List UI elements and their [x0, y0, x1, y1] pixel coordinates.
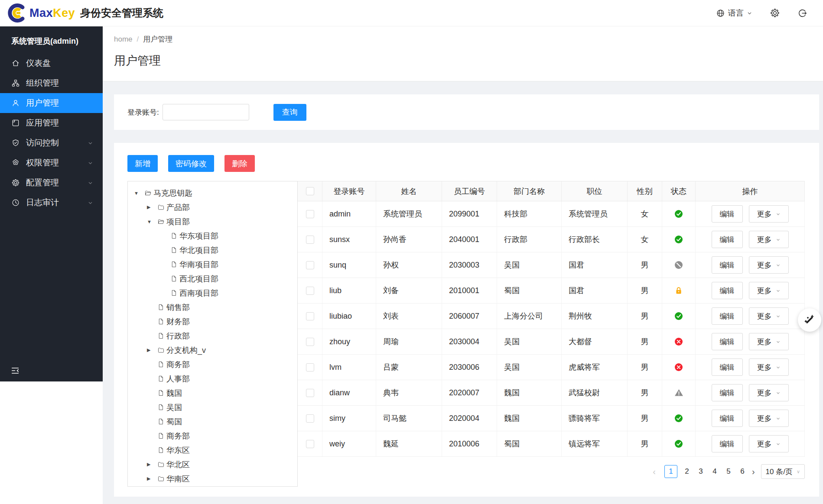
pagination-page-6[interactable]: 6: [739, 467, 745, 476]
edit-button[interactable]: 编辑: [712, 205, 743, 223]
sidebar-item-users[interactable]: 用户管理: [0, 93, 103, 113]
row-checkbox[interactable]: [306, 414, 314, 423]
row-checkbox[interactable]: [306, 389, 314, 397]
breadcrumb-home-link[interactable]: home: [114, 35, 133, 44]
more-button[interactable]: 更多: [749, 333, 789, 350]
tree-caret-down-icon[interactable]: ▼: [147, 219, 157, 224]
chevron-down-icon: [776, 314, 781, 319]
tree-caret-right-icon[interactable]: ▶: [147, 462, 157, 467]
pagination-page-3[interactable]: 3: [698, 467, 704, 476]
settings-button[interactable]: [770, 8, 780, 18]
tree-node[interactable]: ▶产品部: [128, 200, 297, 214]
tree-node[interactable]: 蜀国: [128, 414, 297, 429]
row-checkbox[interactable]: [306, 287, 314, 295]
edit-button[interactable]: 编辑: [712, 256, 743, 274]
more-button[interactable]: 更多: [749, 231, 789, 248]
tree-node[interactable]: ▶华北区: [128, 457, 297, 472]
tree-node[interactable]: 华东区: [128, 443, 297, 457]
row-checkbox[interactable]: [306, 363, 314, 372]
row-checkbox[interactable]: [306, 236, 314, 244]
tree-node[interactable]: 魏国: [128, 386, 297, 400]
tree-node[interactable]: ▶华南区: [128, 472, 297, 486]
tree-node[interactable]: ▼马克思钥匙: [128, 186, 297, 200]
tree-caret-right-icon[interactable]: ▶: [147, 204, 157, 210]
pagination-page-2[interactable]: 2: [684, 467, 690, 476]
tree-node[interactable]: 华东项目部: [128, 229, 297, 243]
edit-button[interactable]: 编辑: [712, 359, 743, 376]
sidebar-item-organizations[interactable]: 组织管理: [0, 73, 103, 93]
tree-caret-right-icon[interactable]: ▶: [147, 347, 157, 353]
query-button[interactable]: 查询: [273, 104, 306, 121]
page-size-select[interactable]: 10 条/页∨: [761, 464, 805, 479]
add-button[interactable]: 新增: [127, 155, 158, 172]
file-icon: [170, 232, 178, 239]
edit-button[interactable]: 编辑: [712, 384, 743, 401]
pagination-next[interactable]: ›: [752, 467, 755, 477]
language-switcher[interactable]: 语言: [716, 8, 752, 18]
more-button[interactable]: 更多: [749, 205, 789, 223]
table-header-cell: 职位: [562, 181, 628, 201]
tree-node[interactable]: 人事部: [128, 372, 297, 386]
edit-button[interactable]: 编辑: [712, 282, 743, 299]
cell-actions: 编辑更多: [696, 304, 805, 329]
sidebar-item-label: 应用管理: [26, 117, 59, 129]
tree-node[interactable]: ▶分支机构_v: [128, 343, 297, 357]
user-icon: [11, 99, 20, 107]
select-all-checkbox[interactable]: [306, 187, 314, 195]
theme-wand-button[interactable]: [798, 308, 821, 332]
change-password-button[interactable]: 密码修改: [168, 155, 214, 172]
sidebar-item-audit[interactable]: 日志审计: [0, 193, 103, 213]
more-button[interactable]: 更多: [749, 410, 789, 427]
tree-node[interactable]: 西南项目部: [128, 286, 297, 300]
edit-button[interactable]: 编辑: [712, 410, 743, 427]
login-account-input[interactable]: [163, 104, 249, 120]
tree-node[interactable]: 商务部: [128, 429, 297, 443]
delete-button[interactable]: 删除: [224, 155, 255, 172]
more-button[interactable]: 更多: [749, 384, 789, 401]
row-checkbox[interactable]: [306, 261, 314, 269]
edit-button[interactable]: 编辑: [712, 435, 743, 452]
row-checkbox[interactable]: [306, 210, 314, 218]
row-checkbox[interactable]: [306, 440, 314, 448]
logout-button[interactable]: [797, 8, 807, 18]
tree-node[interactable]: 商务部: [128, 357, 297, 372]
edit-button[interactable]: 编辑: [712, 333, 743, 350]
cell-name: 典韦: [376, 380, 442, 405]
tree-node-label: 项目部: [166, 216, 190, 227]
tree-caret-right-icon[interactable]: ▶: [147, 476, 157, 481]
tree-node[interactable]: 财务部: [128, 314, 297, 329]
more-button[interactable]: 更多: [749, 307, 789, 325]
row-checkbox[interactable]: [306, 338, 314, 346]
sidebar-item-configuration[interactable]: 配置管理: [0, 173, 103, 193]
pagination-prev[interactable]: ‹: [653, 467, 656, 477]
edit-button[interactable]: 编辑: [712, 231, 743, 248]
sidebar-collapse-trigger[interactable]: [0, 360, 103, 381]
more-button[interactable]: 更多: [749, 256, 789, 274]
more-button[interactable]: 更多: [749, 435, 789, 452]
pagination-page-4[interactable]: 4: [712, 467, 718, 476]
cell-select: [298, 227, 322, 252]
sidebar-item-permissions[interactable]: 权限管理: [0, 153, 103, 173]
clock-icon: [11, 198, 20, 207]
more-button[interactable]: 更多: [749, 359, 789, 376]
tree-node[interactable]: 华北项目部: [128, 243, 297, 257]
sidebar-menu: 仪表盘组织管理用户管理应用管理访问控制权限管理配置管理日志审计: [0, 53, 103, 213]
tree-node[interactable]: 吴国: [128, 400, 297, 414]
tree-node[interactable]: 销售部: [128, 300, 297, 314]
row-checkbox[interactable]: [306, 312, 314, 320]
sidebar-item-dashboard[interactable]: 仪表盘: [0, 53, 103, 73]
sidebar-item-applications[interactable]: 应用管理: [0, 113, 103, 133]
tree-node[interactable]: ▼项目部: [128, 214, 297, 229]
page-title: 用户管理: [114, 53, 823, 68]
tree-caret-down-icon[interactable]: ▼: [134, 191, 144, 196]
pagination-page-1[interactable]: 1: [664, 465, 677, 478]
tree-node-label: 华北区: [166, 459, 190, 470]
edit-button[interactable]: 编辑: [712, 307, 743, 325]
sidebar-item-access[interactable]: 访问控制: [0, 133, 103, 153]
tree-node[interactable]: 华南项目部: [128, 257, 297, 271]
more-button[interactable]: 更多: [749, 282, 789, 299]
tree-node[interactable]: 西北项目部: [128, 271, 297, 286]
pagination-page-5[interactable]: 5: [725, 467, 732, 476]
status-inactive-icon: [674, 337, 683, 346]
tree-node[interactable]: 行政部: [128, 329, 297, 343]
